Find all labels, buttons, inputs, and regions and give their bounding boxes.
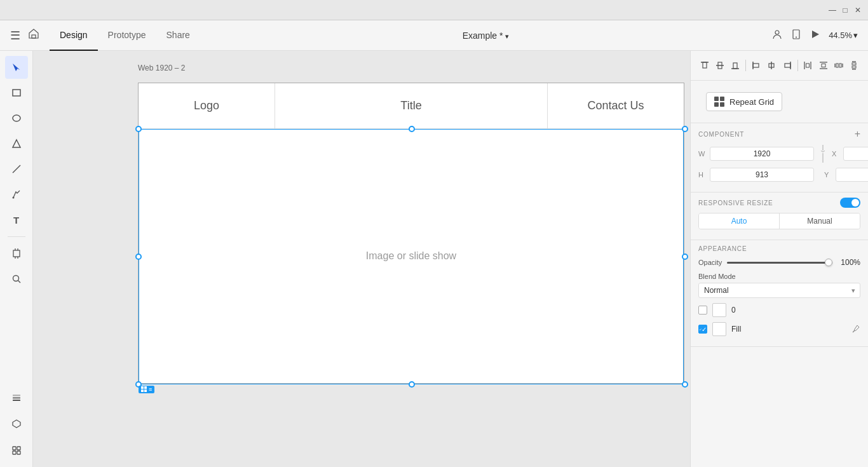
opacity-fill [727, 262, 832, 264]
fill-color-swatch[interactable] [712, 322, 726, 336]
ellipse-tool[interactable] [5, 107, 28, 130]
pen-tool[interactable] [5, 183, 28, 206]
menu-icon[interactable]: ☰ [10, 29, 20, 43]
opacity-slider[interactable] [727, 257, 832, 267]
repeat-grid-label: Repeat Grid [729, 97, 774, 107]
canvas-area[interactable]: Web 1920 – 2 Logo Title Contact Us Image… [33, 51, 690, 467]
svg-rect-24 [141, 386, 144, 389]
shadow-checkbox[interactable] [698, 306, 707, 315]
x-input[interactable] [843, 147, 868, 161]
artboard-body: Image or slide show [139, 129, 684, 383]
svg-rect-32 [733, 63, 737, 69]
svg-point-9 [12, 197, 14, 199]
svg-rect-17 [13, 395, 20, 396]
triangle-tool[interactable] [5, 132, 28, 155]
fill-checkbox[interactable] [698, 325, 707, 334]
y-label: Y [824, 171, 833, 179]
svg-rect-38 [785, 64, 790, 67]
svg-rect-27 [144, 389, 147, 392]
zoom-dropdown-icon: ▾ [853, 30, 858, 40]
zoom-control[interactable]: 44.5% ▾ [829, 30, 858, 40]
distribute-v-button[interactable] [817, 57, 830, 74]
home-icon[interactable] [28, 28, 39, 43]
toolbar-divider-1 [8, 236, 25, 237]
svg-rect-34 [753, 64, 759, 67]
top-bar: ☰ Design Prototype Share Example * ▾ 44.… [0, 20, 868, 51]
text-tool[interactable]: T [5, 208, 28, 231]
tab-share[interactable]: Share [156, 20, 200, 51]
eyedropper-icon[interactable] [851, 324, 860, 335]
align-middle-v-button[interactable] [714, 57, 726, 74]
repeat-grid-section: Repeat Grid [691, 81, 868, 123]
x-field-group: X [832, 147, 868, 161]
doc-title[interactable]: Example * ▾ [463, 30, 510, 41]
close-button[interactable]: ✕ [853, 5, 863, 15]
blend-mode-select[interactable]: Normal Multiply Screen Overlay [698, 283, 860, 298]
shadow-row: 0 [698, 303, 860, 317]
appearance-section: APPEARANCE Opacity 100% Blend Mode Norma… [691, 240, 868, 347]
svg-rect-47 [836, 64, 838, 67]
auto-resize-button[interactable]: Auto [699, 213, 780, 229]
tab-design[interactable]: Design [50, 20, 98, 51]
artboard-tool[interactable] [5, 242, 28, 265]
user-icon[interactable] [771, 29, 783, 43]
align-top-button[interactable] [698, 57, 711, 74]
align-left-button[interactable] [750, 57, 763, 74]
svg-rect-10 [13, 250, 20, 257]
doc-title-area: Example * ▾ [200, 30, 771, 41]
appearance-header: APPEARANCE [698, 245, 860, 252]
align-right-button[interactable] [780, 57, 793, 74]
height-field-group: H [698, 168, 814, 182]
svg-rect-19 [13, 400, 20, 401]
component-add-button[interactable]: + [855, 128, 860, 140]
minimize-button[interactable]: — [827, 5, 837, 15]
layers-tool[interactable] [5, 386, 28, 409]
maximize-button[interactable]: □ [840, 5, 850, 15]
x-label: X [832, 150, 841, 158]
plugins-tool[interactable] [5, 439, 28, 462]
component-header: COMPONENT + [698, 128, 860, 140]
tab-prototype[interactable]: Prototype [98, 20, 156, 51]
manual-resize-button[interactable]: Manual [780, 213, 860, 229]
width-input[interactable] [710, 147, 814, 161]
y-input[interactable] [836, 168, 868, 182]
svg-rect-21 [17, 447, 20, 450]
spacing-h-button[interactable] [832, 57, 845, 74]
artboard-header: Logo Title Contact Us [139, 83, 684, 129]
height-input[interactable] [710, 168, 814, 182]
fill-label: Fill [731, 325, 846, 334]
dimension-row-wx: W X ↻ [698, 145, 860, 163]
artboard: Logo Title Contact Us Image or slide sho… [138, 83, 684, 384]
zoom-tool[interactable] [5, 267, 28, 290]
blend-mode-select-wrap: Normal Multiply Screen Overlay [698, 283, 860, 298]
opacity-thumb[interactable] [825, 259, 832, 266]
appearance-label: APPEARANCE [698, 245, 747, 252]
align-bottom-button[interactable] [729, 57, 742, 74]
align-sep-1 [745, 60, 746, 71]
dimension-row-hy: H Y ⇔ ⇕ [698, 168, 860, 182]
rectangle-tool[interactable] [5, 81, 28, 104]
device-icon[interactable] [790, 29, 802, 43]
repeat-grid-button[interactable]: Repeat Grid [706, 92, 782, 111]
responsive-label: RESPONSIVE RESIZE [698, 200, 773, 206]
align-center-h-button[interactable] [765, 57, 778, 74]
responsive-toggle[interactable] [840, 198, 860, 208]
selection-badge: ≡ [139, 386, 154, 393]
header-title: Title [275, 83, 548, 128]
opacity-value: 100% [837, 258, 860, 267]
play-icon[interactable] [810, 29, 821, 43]
fill-row: Fill [698, 322, 860, 336]
svg-line-56 [853, 331, 854, 332]
shadow-color-swatch[interactable] [712, 303, 726, 317]
svg-marker-7 [13, 140, 20, 147]
opacity-label: Opacity [698, 259, 722, 266]
assets-tool[interactable] [5, 412, 28, 435]
svg-marker-4 [812, 30, 819, 38]
distribute-h-button[interactable] [801, 57, 814, 74]
line-tool[interactable] [5, 158, 28, 180]
select-tool[interactable] [5, 56, 28, 79]
svg-point-6 [13, 115, 20, 121]
height-label: H [698, 171, 707, 179]
spacing-v-button[interactable] [848, 57, 860, 74]
width-label: W [698, 150, 707, 158]
